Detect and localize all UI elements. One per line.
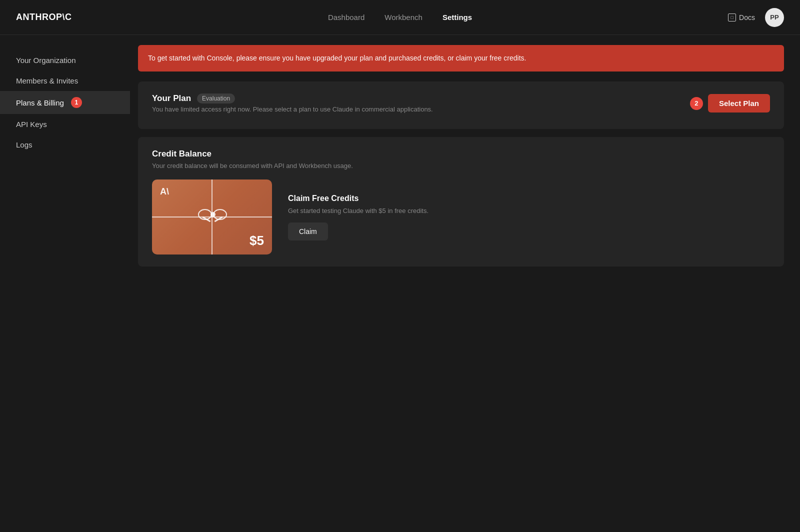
plan-card: Your Plan Evaluation You have limited ac…: [138, 82, 784, 129]
plan-description: You have limited access right now. Pleas…: [152, 106, 433, 113]
claim-title: Claim Free Credits: [288, 194, 428, 203]
sidebar-item-your-organization[interactable]: Your Organization: [0, 50, 130, 70]
credit-title: Credit Balance: [152, 149, 770, 159]
sidebar-label: Your Organization: [16, 56, 76, 64]
credit-description: Your credit balance will be consumed wit…: [152, 162, 770, 170]
docs-label: Docs: [739, 14, 755, 22]
nav-dashboard[interactable]: Dashboard: [328, 13, 364, 22]
sidebar-label: API Keys: [16, 120, 47, 128]
nav-workbench[interactable]: Workbench: [384, 13, 422, 22]
gift-card-visual: A\ $5: [152, 180, 272, 254]
plan-title: Your Plan: [152, 94, 191, 104]
sidebar-item-logs[interactable]: Logs: [0, 134, 130, 155]
docs-link[interactable]: □ Docs: [728, 14, 755, 22]
main-content: To get started with Console, please ensu…: [130, 45, 800, 522]
claim-section: Claim Free Credits Get started testing C…: [288, 194, 428, 240]
gift-card-logo: A\: [160, 186, 169, 197]
bow-center: [210, 212, 216, 217]
sidebar-item-api-keys[interactable]: API Keys: [0, 114, 130, 134]
app-logo: ANTHROP\C: [16, 12, 72, 22]
select-plan-button[interactable]: Select Plan: [708, 94, 770, 112]
docs-icon: □: [728, 14, 736, 22]
main-layout: Your Organization Members & Invites Plan…: [0, 35, 800, 532]
plan-header: Your Plan Evaluation You have limited ac…: [152, 94, 770, 113]
claim-button[interactable]: Claim: [288, 222, 328, 240]
sidebar-label: Members & Invites: [16, 76, 78, 85]
select-plan-step-badge: 2: [690, 97, 703, 110]
sidebar-label: Plans & Billing: [16, 98, 64, 107]
sidebar-item-members-invites[interactable]: Members & Invites: [0, 70, 130, 91]
alert-banner: To get started with Console, please ensu…: [138, 45, 784, 72]
gift-card-ribbon-vertical: [212, 180, 212, 254]
nav-settings[interactable]: Settings: [442, 13, 472, 22]
credit-card: Credit Balance Your credit balance will …: [138, 137, 784, 266]
sidebar-item-plans-billing[interactable]: Plans & Billing 1: [0, 91, 130, 114]
claim-subtitle: Get started testing Claude with $5 in fr…: [288, 207, 428, 214]
topnav-links: Dashboard Workbench Settings: [328, 13, 472, 22]
alert-message: To get started with Console, please ensu…: [148, 54, 526, 62]
user-avatar[interactable]: PP: [765, 8, 784, 27]
sidebar-label: Logs: [16, 140, 32, 149]
sidebar-badge-plans: 1: [71, 97, 82, 108]
gift-card-amount: $5: [242, 227, 272, 254]
topnav: ANTHROP\C Dashboard Workbench Settings □…: [0, 0, 800, 35]
credit-content: A\ $5 Claim Free Credits Get star: [152, 180, 770, 254]
select-plan-wrapper: 2 Select Plan: [690, 94, 770, 112]
plan-evaluation-badge: Evaluation: [197, 94, 235, 104]
plan-info: Your Plan Evaluation You have limited ac…: [152, 94, 433, 113]
topnav-right: □ Docs PP: [728, 8, 784, 27]
sidebar: Your Organization Members & Invites Plan…: [0, 45, 130, 522]
plan-title-row: Your Plan Evaluation: [152, 94, 433, 104]
